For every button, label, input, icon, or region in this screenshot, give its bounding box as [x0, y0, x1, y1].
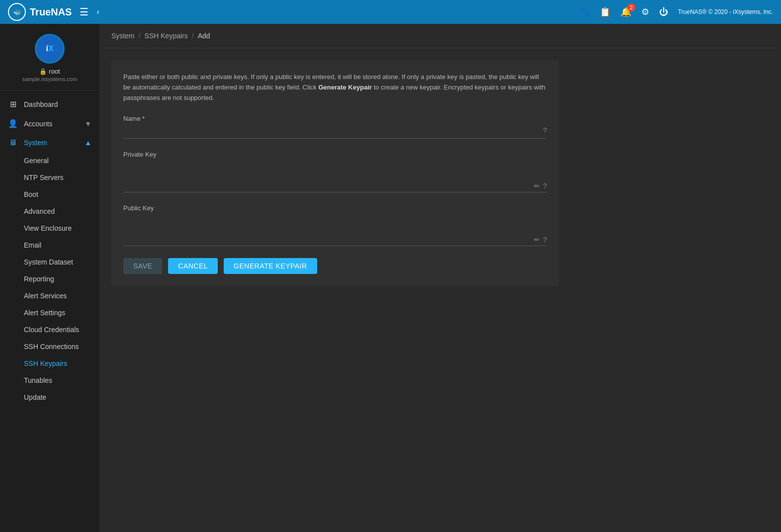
breadcrumb-add: Add — [198, 32, 210, 40]
name-input[interactable] — [123, 124, 543, 136]
breadcrumb: System / SSH Keypairs / Add — [99, 24, 781, 48]
avatar-inner: iX — [36, 35, 63, 62]
power-icon[interactable]: ⏻ — [659, 7, 668, 17]
sidebar-item-advanced[interactable]: Advanced — [24, 203, 99, 220]
sidebar-item-email[interactable]: Email — [24, 237, 99, 254]
accounts-icon: 👤 — [8, 119, 18, 128]
notification-badge: 2 — [627, 3, 635, 11]
system-chevron-icon: ▲ — [85, 139, 91, 147]
copyright-text: TrueNAS® © 2020 - iXsystems, Inc. — [678, 8, 773, 15]
sidebar-item-system[interactable]: 🖥 System ▲ — [0, 133, 99, 152]
sidebar-item-accounts[interactable]: 👤 Accounts ▼ — [0, 114, 99, 133]
name-input-row: Name * ? — [123, 124, 547, 139]
name-label-display: Name * — [123, 115, 547, 122]
sidebar-item-view-enclosure[interactable]: View Enclosure — [24, 220, 99, 237]
chevron-left-icon[interactable]: ‹ — [96, 7, 99, 16]
name-help-icon[interactable]: ? — [543, 126, 547, 134]
sidebar-profile: iX 🔒 root sample.ixsystems.com — [0, 24, 99, 90]
sidebar-item-alert-settings[interactable]: Alert Settings — [24, 304, 99, 321]
sidebar-username: 🔒 root — [39, 68, 60, 75]
sidebar-item-dashboard[interactable]: ⊞ Dashboard — [0, 94, 99, 114]
private-key-help-icon[interactable]: ? — [543, 182, 547, 190]
private-key-textarea[interactable] — [123, 160, 534, 190]
sidebar-item-tunables[interactable]: Tunables — [24, 372, 99, 389]
sidebar-item-accounts-label: Accounts — [24, 120, 53, 128]
dashboard-icon: ⊞ — [8, 99, 18, 109]
avatar: iX — [35, 34, 65, 64]
system-icon: 🖥 — [8, 138, 18, 147]
private-key-icons: ✏ ? — [534, 182, 547, 190]
form-description-bold: Generate Keypair — [318, 84, 372, 91]
public-key-edit-icon[interactable]: ✏ — [534, 236, 540, 244]
sidebar-system-submenu: General NTP Servers Boot Advanced View E… — [0, 152, 99, 406]
sidebar-item-accounts-left: 👤 Accounts — [8, 119, 53, 128]
accounts-chevron-icon: ▼ — [85, 120, 91, 128]
feedback-icon[interactable]: 🐾 — [579, 6, 590, 17]
sidebar-item-dashboard-label: Dashboard — [24, 100, 58, 108]
sidebar-item-system-label: System — [24, 139, 47, 147]
sidebar-item-system-left: 🖥 System — [8, 138, 47, 147]
sidebar-item-system-dataset[interactable]: System Dataset — [24, 254, 99, 270]
sidebar-item-reporting[interactable]: Reporting — [24, 270, 99, 287]
topbar: 🐳 TrueNAS ☰ ‹ 🐾 📋 🔔 2 ⚙ ⏻ TrueNAS® © 202… — [0, 0, 781, 24]
truenas-logo-icon: 🐳 — [8, 3, 26, 21]
cancel-button[interactable]: CANCEL — [168, 258, 218, 274]
sidebar-domain: sample.ixsystems.com — [22, 76, 78, 82]
form-buttons: SAVE CANCEL GENERATE KEYPAIR — [123, 258, 547, 274]
form-card: Paste either or both public and private … — [111, 60, 559, 286]
generate-keypair-button[interactable]: GENERATE KEYPAIR — [224, 258, 317, 274]
save-button[interactable]: SAVE — [123, 258, 162, 274]
sidebar-item-ssh-keypairs[interactable]: SSH Keypairs — [24, 355, 99, 372]
breadcrumb-sep-1: / — [139, 32, 141, 40]
sidebar-item-cloud-credentials[interactable]: Cloud Credentials — [24, 321, 99, 338]
private-key-textarea-row: ✏ ? — [123, 160, 547, 192]
sidebar-item-dashboard-left: ⊞ Dashboard — [8, 99, 58, 109]
public-key-field: Public Key ✏ ? — [123, 204, 547, 246]
private-key-edit-icon[interactable]: ✏ — [534, 182, 540, 190]
topbar-left: 🐳 TrueNAS ☰ ‹ — [8, 3, 99, 21]
main-content: System / SSH Keypairs / Add Paste either… — [99, 24, 781, 532]
private-key-field: Private Key ✏ ? — [123, 151, 547, 192]
breadcrumb-sep-2: / — [192, 32, 194, 40]
sidebar-item-general[interactable]: General — [24, 152, 99, 169]
sidebar-item-alert-services[interactable]: Alert Services — [24, 287, 99, 304]
topbar-logo-text: TrueNAS — [30, 6, 72, 18]
private-key-label: Private Key — [123, 151, 547, 158]
settings-icon[interactable]: ⚙ — [641, 6, 649, 17]
sidebar-item-update[interactable]: Update — [24, 389, 99, 406]
breadcrumb-ssh-keypairs[interactable]: SSH Keypairs — [145, 32, 188, 40]
public-key-label: Public Key — [123, 204, 547, 212]
form-description: Paste either or both public and private … — [123, 72, 547, 103]
public-key-textarea-row: ✏ ? — [123, 214, 547, 246]
hamburger-icon[interactable]: ☰ — [80, 6, 88, 18]
sidebar-nav: ⊞ Dashboard 👤 Accounts ▼ 🖥 System ▲ Gene… — [0, 90, 99, 410]
public-key-textarea[interactable] — [123, 214, 534, 244]
topbar-icons: 🐾 📋 🔔 2 ⚙ ⏻ TrueNAS® © 2020 - iXsystems,… — [579, 6, 773, 17]
sidebar-item-ssh-connections[interactable]: SSH Connections — [24, 338, 99, 355]
name-field: Name * Name * ? — [123, 115, 547, 139]
sidebar-item-boot[interactable]: Boot — [24, 186, 99, 203]
notifications-icon[interactable]: 🔔 2 — [620, 6, 631, 17]
svg-text:🐳: 🐳 — [13, 8, 21, 16]
name-field-icons: ? — [543, 126, 547, 134]
public-key-icons: ✏ ? — [534, 236, 547, 244]
public-key-help-icon[interactable]: ? — [543, 236, 547, 244]
topbar-logo: 🐳 TrueNAS — [8, 3, 72, 21]
sidebar: iX 🔒 root sample.ixsystems.com ⊞ Dashboa… — [0, 24, 99, 532]
tasks-icon[interactable]: 📋 — [600, 6, 610, 17]
sidebar-item-ntp-servers[interactable]: NTP Servers — [24, 169, 99, 186]
breadcrumb-system[interactable]: System — [111, 32, 135, 40]
